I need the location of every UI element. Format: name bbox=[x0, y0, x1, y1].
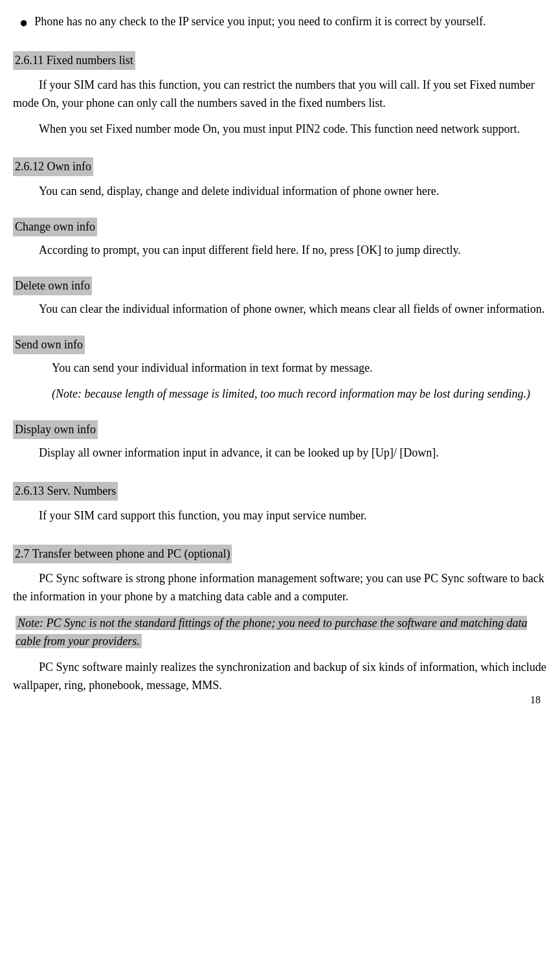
section-27-highlighted-note: Note: PC Sync is not the standard fittin… bbox=[16, 616, 527, 648]
section-2613: 2.6.13 Serv. Numbers If your SIM card su… bbox=[13, 470, 547, 525]
send-own-info-heading: Send own info bbox=[13, 335, 85, 354]
display-own-info-heading: Display own info bbox=[13, 420, 98, 439]
section-27-para1: PC Sync software is strong phone informa… bbox=[13, 570, 547, 606]
page-number: 18 bbox=[530, 692, 541, 708]
display-own-info-para: Display all owner information input in a… bbox=[13, 444, 547, 462]
section-27-para2: PC Sync software mainly realizes the syn… bbox=[13, 659, 547, 695]
change-own-info-para: According to prompt, you can input diffe… bbox=[13, 242, 547, 260]
section-2611-heading: 2.6.11 Fixed numbers list bbox=[13, 51, 135, 70]
page-content: ● Phone has no any check to the IP servi… bbox=[13, 13, 547, 695]
bullet-dot: ● bbox=[19, 13, 28, 33]
section-27-heading: 2.7 Transfer between phone and PC (optio… bbox=[13, 545, 232, 563]
delete-own-info-para: You can clear the individual information… bbox=[13, 300, 547, 319]
section-2611-para1: If your SIM card has this function, you … bbox=[13, 76, 547, 113]
section-2612-para1: You can send, display, change and delete… bbox=[13, 183, 547, 201]
delete-own-info-heading: Delete own info bbox=[13, 277, 92, 295]
change-own-info-heading: Change own info bbox=[13, 218, 97, 236]
send-own-info-para: You can send your individual information… bbox=[13, 359, 547, 378]
section-27: 2.7 Transfer between phone and PC (optio… bbox=[13, 533, 547, 695]
section-2612-heading: 2.6.12 Own info bbox=[13, 157, 93, 176]
section-27-note-block: Note: PC Sync is not the standard fittin… bbox=[13, 613, 547, 652]
bullet-text-1: Phone has no any check to the IP service… bbox=[34, 13, 547, 33]
section-2611: 2.6.11 Fixed numbers list If your SIM ca… bbox=[13, 40, 547, 139]
section-2613-para1: If your SIM card support this function, … bbox=[13, 507, 547, 525]
section-2611-para2: When you set Fixed number mode On, you m… bbox=[13, 120, 547, 139]
send-own-info-note: (Note: because length of message is limi… bbox=[13, 385, 547, 403]
section-2612: 2.6.12 Own info You can send, display, c… bbox=[13, 146, 547, 462]
section-2613-heading: 2.6.13 Serv. Numbers bbox=[13, 482, 118, 501]
bullet-item-1: ● Phone has no any check to the IP servi… bbox=[13, 13, 547, 33]
